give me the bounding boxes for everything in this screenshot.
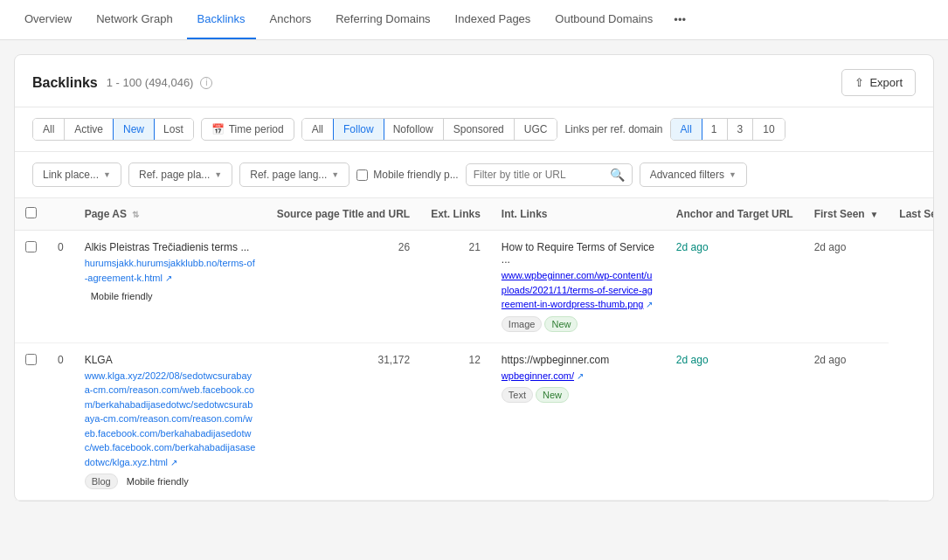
ext-links-cell: 31,172 [266, 342, 420, 501]
col-header-ext.-links: Ext. Links [431, 208, 481, 220]
links-per-domain-3[interactable]: 3 [728, 119, 754, 140]
chevron-down-icon: ▼ [103, 170, 111, 179]
time-period-button[interactable]: 📅 Time period [201, 118, 294, 141]
anchor-cell: How to Require Terms of Service ...www.w… [491, 231, 666, 343]
ref-page-place-dropdown[interactable]: Ref. page pla... ▼ [128, 162, 232, 187]
links-per-domain-10[interactable]: 10 [753, 119, 784, 140]
table-header-row: Page AS ⇅Source page Title and URLExt. L… [15, 198, 933, 231]
backlinks-table: Page AS ⇅Source page Title and URLExt. L… [15, 198, 933, 501]
source-title: KLGA [85, 354, 256, 366]
type-filter-all[interactable]: All [33, 119, 65, 140]
col-header-last-seen[interactable]: Last Seen [899, 208, 933, 220]
mobile-friendly-checkbox[interactable] [356, 169, 368, 181]
nav-item-network-graph[interactable]: Network Graph [86, 0, 183, 39]
filters-row: AllActiveNewLost 📅 Time period AllFollow… [15, 107, 933, 152]
anchor-badge-text: Text [502, 387, 533, 403]
follow-filter-all[interactable]: All [302, 119, 334, 140]
anchor-external-link-icon[interactable]: ↗ [574, 371, 584, 381]
source-url: www.klga.xyz/2022/08/sedotwcsurabaya-cm.… [85, 369, 256, 470]
anchor-badge-image: Image [502, 316, 543, 332]
nav-more-button[interactable]: ••• [667, 1, 693, 38]
chevron-down-icon-4: ▼ [729, 170, 737, 179]
nav-item-backlinks[interactable]: Backlinks [187, 0, 256, 39]
anchor-badge-new: New [536, 387, 569, 403]
links-per-domain-label: Links per ref. domain [564, 123, 662, 135]
col-header-source-page-title-and-url: Source page Title and URL [277, 208, 410, 220]
nav-item-outbound-domains[interactable]: Outbound Domains [544, 0, 663, 39]
anchor-url-link[interactable]: www.wpbeginner.com/wp-content/uploads/20… [502, 270, 653, 309]
main-card: Backlinks 1 - 100 (494,046) i ⇧ Export A… [14, 54, 934, 501]
links-per-domain-1[interactable]: 1 [702, 119, 728, 140]
first-seen-cell[interactable]: 2d ago [666, 231, 804, 343]
follow-filter-sponsored[interactable]: Sponsored [444, 119, 515, 140]
card-range: 1 - 100 (494,046) [107, 76, 194, 89]
source-url-link[interactable]: www.klga.xyz/2022/08/sedotwcsurabaya-cm.… [85, 370, 256, 467]
follow-filter-nofollow[interactable]: Nofollow [384, 119, 444, 140]
first-seen-cell[interactable]: 2d ago [666, 342, 804, 501]
follow-filter-group: AllFollowNofollowSponsoredUGC [301, 118, 558, 141]
search-button[interactable]: 🔍 [610, 168, 625, 182]
link-place-dropdown[interactable]: Link place... ▼ [32, 162, 121, 187]
type-filter-lost[interactable]: Lost [154, 119, 193, 140]
col-header-first-seen[interactable]: First Seen [814, 208, 865, 220]
search-input[interactable] [474, 169, 605, 181]
page-as-cell: 0 [47, 231, 74, 343]
links-per-domain-all[interactable]: All [670, 118, 702, 141]
anchor-url: www.wpbeginner.com/wp-content/uploads/20… [502, 268, 655, 312]
card-header: Backlinks 1 - 100 (494,046) i ⇧ Export [15, 55, 933, 107]
anchor-external-link-icon[interactable]: ↗ [644, 300, 654, 309]
table-head: Page AS ⇅Source page Title and URLExt. L… [15, 198, 933, 231]
chevron-down-icon-2: ▼ [214, 170, 222, 179]
time-period-label: Time period [229, 123, 284, 135]
chevron-down-icon-3: ▼ [331, 170, 339, 179]
row-checkbox[interactable] [25, 354, 37, 365]
nav-item-overview[interactable]: Overview [14, 0, 82, 39]
source-badges: BlogMobile friendly [85, 469, 256, 489]
source-title: Alkis Pleistras Trečiadienis terms ... [85, 241, 256, 253]
mobile-friendly-checkbox-label[interactable]: Mobile friendly p... [356, 169, 458, 181]
ref-page-lang-dropdown[interactable]: Ref. page lang... ▼ [239, 162, 349, 187]
info-icon[interactable]: i [200, 77, 212, 89]
type-filter-active[interactable]: Active [65, 119, 114, 140]
nav-item-anchors[interactable]: Anchors [259, 0, 322, 39]
anchor-title: How to Require Terms of Service ... [502, 241, 655, 266]
anchor-badges: TextNew [502, 383, 655, 403]
source-url: hurumsjakk.hurumsjakklubb.no/terms-of-ag… [85, 256, 256, 285]
sort-icon: ▼ [868, 210, 879, 219]
source-badges: Mobile friendly [85, 285, 256, 303]
col-header-page-as[interactable]: Page AS [85, 208, 127, 220]
top-nav: OverviewNetwork GraphBacklinksAnchorsRef… [0, 0, 948, 40]
follow-filter-follow[interactable]: Follow [333, 118, 384, 141]
follow-filter-ugc[interactable]: UGC [515, 119, 557, 140]
external-link-icon[interactable]: ↗ [168, 458, 177, 467]
advanced-filters-button[interactable]: Advanced filters ▼ [640, 162, 747, 187]
col-header-anchor-and-target-url: Anchor and Target URL [676, 208, 793, 220]
source-page-cell: KLGAwww.klga.xyz/2022/08/sedotwcsurabaya… [74, 342, 266, 501]
search-wrapper: 🔍 [466, 163, 633, 186]
anchor-url: wpbeginner.com/ ↗ [502, 369, 655, 384]
last-seen-cell: 2d ago [804, 342, 889, 501]
links-per-domain-group: All1310 [670, 118, 785, 141]
external-link-icon[interactable]: ↗ [163, 273, 172, 283]
int-links-cell: 21 [420, 231, 491, 343]
badge-blog: Blog [85, 474, 118, 489]
first-seen-value: 2d ago [676, 354, 709, 366]
link-place-label: Link place... [43, 169, 99, 181]
last-seen-value: 2d ago [814, 241, 847, 253]
select-all-checkbox[interactable] [25, 207, 37, 218]
anchor-badge-new: New [544, 316, 578, 332]
source-page-cell: Alkis Pleistras Trečiadienis terms ...hu… [74, 231, 266, 343]
int-links-cell: 12 [420, 342, 491, 501]
type-filter-new[interactable]: New [113, 118, 155, 141]
mobile-friendly-label: Mobile friendly p... [373, 169, 458, 181]
badge-mobile friendly: Mobile friendly [121, 474, 195, 488]
nav-item-indexed-pages[interactable]: Indexed Pages [445, 0, 542, 39]
row-checkbox[interactable] [25, 241, 37, 252]
nav-item-referring-domains[interactable]: Referring Domains [325, 0, 440, 39]
anchor-url-link[interactable]: wpbeginner.com/ [502, 370, 574, 381]
anchor-title: https://wpbeginner.com [502, 354, 655, 366]
first-seen-value: 2d ago [676, 241, 709, 253]
export-button[interactable]: ⇧ Export [841, 69, 916, 96]
ext-links-cell: 26 [266, 231, 420, 343]
last-seen-cell: 2d ago [804, 231, 889, 343]
